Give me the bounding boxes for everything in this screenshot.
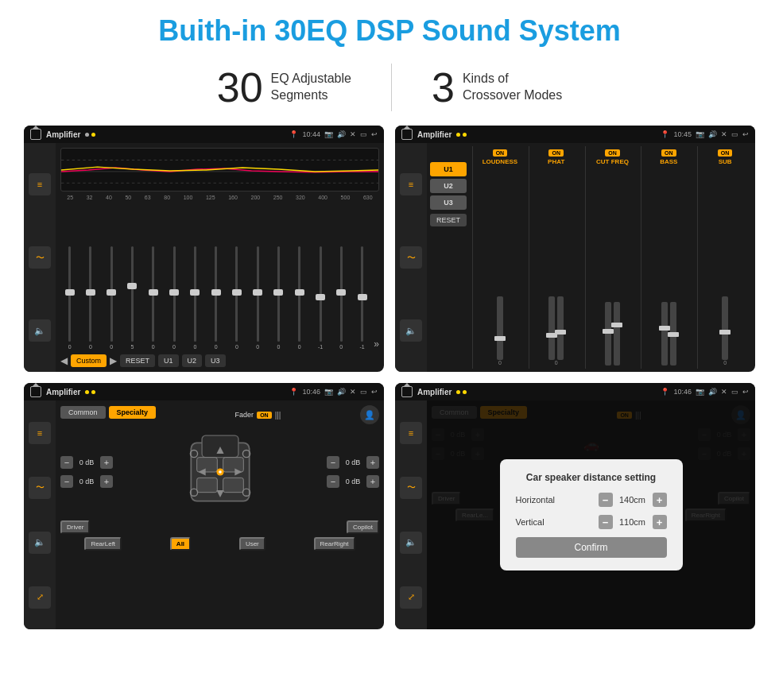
eq-icon-2[interactable]: ≡ xyxy=(400,173,422,195)
expand-icon-4[interactable]: ⤢ xyxy=(400,586,422,609)
wave-icon-1[interactable]: 〜 xyxy=(29,246,51,269)
user-btn[interactable]: User xyxy=(239,537,265,551)
rearleft-btn[interactable]: RearLeft xyxy=(84,537,122,551)
loudness-slider[interactable] xyxy=(497,296,503,360)
speaker-icon-2[interactable]: 🔈 xyxy=(400,319,422,342)
sub-slider[interactable] xyxy=(722,296,728,360)
cutfreq-slider-g[interactable] xyxy=(614,302,620,365)
reset-btn-1[interactable]: RESET xyxy=(120,354,155,367)
vol-rl-minus[interactable]: − xyxy=(60,475,73,488)
avatar-icon-3[interactable]: 👤 xyxy=(360,405,379,424)
vol-rr-minus[interactable]: − xyxy=(327,475,339,488)
vol-rl-plus[interactable]: + xyxy=(100,475,113,488)
tab-common-3[interactable]: Common xyxy=(60,406,106,419)
x-icon-2: ✕ xyxy=(721,130,727,138)
expand-icon-3[interactable]: ⤢ xyxy=(29,586,51,609)
cutfreq-on[interactable]: ON xyxy=(605,149,620,157)
speaker-icon-1[interactable]: 🔈 xyxy=(29,319,51,342)
u3-btn-1[interactable]: U3 xyxy=(205,354,226,367)
horizontal-plus[interactable]: + xyxy=(653,493,667,507)
vol-fl-plus[interactable]: + xyxy=(100,456,113,469)
horizontal-minus[interactable]: − xyxy=(599,493,613,507)
slider-8[interactable]: 0 xyxy=(207,246,225,350)
back-icon-2[interactable]: ↩ xyxy=(742,130,749,138)
horizontal-label: Horizontal xyxy=(516,495,568,505)
vertical-minus[interactable]: − xyxy=(599,515,613,529)
slider-10[interactable]: 0 xyxy=(249,246,267,350)
bass-slider-f[interactable] xyxy=(661,302,668,365)
phat-slider-g[interactable] xyxy=(557,296,564,360)
home-icon-4[interactable] xyxy=(401,386,413,397)
home-icon-3[interactable] xyxy=(30,386,41,397)
back-icon-3[interactable]: ↩ xyxy=(371,388,378,396)
back-icon-1[interactable]: ↩ xyxy=(371,130,378,138)
prev-arrow[interactable]: ◀ xyxy=(60,355,68,366)
dot3 xyxy=(456,133,460,137)
copilot-btn[interactable]: Copilot xyxy=(347,520,379,534)
vol-rr-plus[interactable]: + xyxy=(366,475,379,488)
dot8 xyxy=(463,390,467,394)
slider-13[interactable]: -1 xyxy=(311,246,329,350)
eq-icon-1[interactable]: ≡ xyxy=(29,173,51,195)
eq-icon-4[interactable]: ≡ xyxy=(400,422,422,444)
back-icon-4[interactable]: ↩ xyxy=(742,388,749,396)
u1-btn[interactable]: U1 xyxy=(430,162,467,176)
driver-btn[interactable]: Driver xyxy=(60,520,90,534)
vol-fr-minus[interactable]: − xyxy=(327,456,339,469)
bass-slider-g[interactable] xyxy=(670,302,676,365)
page-wrapper: Buith-in 30EQ DSP Sound System 30 EQ Adj… xyxy=(0,0,779,700)
s3-main: Common Specialty Fader ON ||| 👤 xyxy=(56,400,384,629)
right-arrows[interactable]: » xyxy=(374,338,379,350)
vertical-plus[interactable]: + xyxy=(653,515,667,529)
wave-icon-3[interactable]: 〜 xyxy=(29,477,51,499)
slider-1[interactable]: 0 xyxy=(60,246,79,350)
tab-specialty-3[interactable]: Specialty xyxy=(109,406,157,419)
loudness-on[interactable]: ON xyxy=(493,149,508,157)
bottom-controls-1: ◀ Custom ▶ RESET U1 U2 U3 xyxy=(60,354,379,367)
slider-9[interactable]: 0 xyxy=(227,246,246,350)
custom-btn[interactable]: Custom xyxy=(71,354,107,367)
slider-14[interactable]: 0 xyxy=(332,246,351,350)
fader-control: Fader ON ||| xyxy=(235,411,281,420)
slider-5[interactable]: 0 xyxy=(144,246,162,350)
location-icon-1: 📍 xyxy=(289,130,298,138)
vol-fl-minus[interactable]: − xyxy=(60,456,73,469)
u3-btn[interactable]: U3 xyxy=(430,195,467,210)
slider-3[interactable]: 0 xyxy=(103,246,121,350)
slider-12[interactable]: 0 xyxy=(290,246,308,350)
speaker-icon-3[interactable]: 🔈 xyxy=(29,532,51,554)
eq-icon-3[interactable]: ≡ xyxy=(29,422,51,444)
camera-icon-3: 📷 xyxy=(324,388,333,396)
slider-7[interactable]: 0 xyxy=(186,246,204,350)
all-btn[interactable]: All xyxy=(170,537,191,551)
slider-15[interactable]: -1 xyxy=(353,246,371,350)
u2-btn[interactable]: U2 xyxy=(430,179,467,193)
slider-11[interactable]: 0 xyxy=(269,246,288,350)
freq-labels: 253240506380100125160200250320400500630 xyxy=(60,195,379,200)
svg-rect-7 xyxy=(196,478,217,492)
reset-btn-2[interactable]: RESET xyxy=(430,214,467,226)
u1-btn-1[interactable]: U1 xyxy=(158,354,179,367)
slider-4[interactable]: 5 xyxy=(123,246,141,350)
speaker-icon-4[interactable]: 🔈 xyxy=(400,532,422,554)
fader-label: Fader xyxy=(235,411,254,419)
phat-slider-f[interactable] xyxy=(548,296,555,360)
confirm-button[interactable]: Confirm xyxy=(516,537,667,558)
next-arrow[interactable]: ▶ xyxy=(110,355,117,366)
vol-fr-plus[interactable]: + xyxy=(366,456,379,469)
phat-on[interactable]: ON xyxy=(548,149,564,157)
slider-2[interactable]: 0 xyxy=(81,246,99,350)
fader-bars[interactable]: ||| xyxy=(275,411,281,420)
home-icon-1[interactable] xyxy=(30,129,41,140)
vertical-control: − 110cm + xyxy=(599,515,667,529)
slider-6[interactable]: 0 xyxy=(165,246,183,350)
wave-icon-2[interactable]: 〜 xyxy=(400,246,422,269)
wave-icon-4[interactable]: 〜 xyxy=(400,477,422,499)
fader-on[interactable]: ON xyxy=(257,412,272,419)
bass-on[interactable]: ON xyxy=(661,149,676,157)
cutfreq-slider-f[interactable] xyxy=(605,302,611,365)
rearright-btn[interactable]: RearRight xyxy=(314,537,355,551)
u2-btn-1[interactable]: U2 xyxy=(182,354,203,367)
sub-on[interactable]: ON xyxy=(718,149,733,157)
home-icon-2[interactable] xyxy=(401,129,413,140)
